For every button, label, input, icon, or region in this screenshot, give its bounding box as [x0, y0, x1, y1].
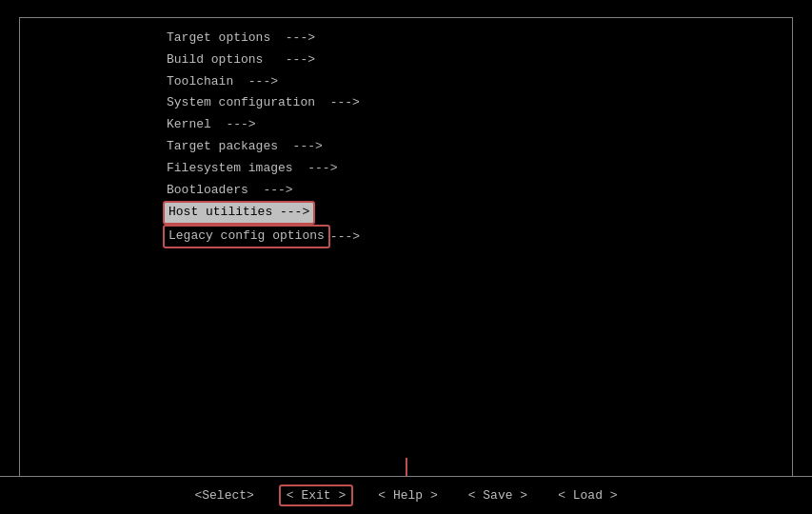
menu-item-wrapper-2[interactable]: Toolchain ---> — [163, 71, 782, 93]
outlined-menu-item-legacy: Legacy config options — [163, 225, 330, 248]
menu-item-6[interactable]: Filesystem images ---> — [163, 158, 341, 180]
bottom-button-3[interactable]: < Save > — [463, 486, 533, 504]
title-bar — [0, 0, 812, 10]
menu-item-2[interactable]: Toolchain ---> — [163, 71, 282, 93]
menu-arrow: ---> — [330, 229, 360, 244]
menu-item-wrapper-9[interactable]: Legacy config options ---> — [163, 225, 782, 248]
menu-item-wrapper-1[interactable]: Build options ---> — [163, 49, 782, 71]
bottom-button-0[interactable]: <Select> — [188, 486, 259, 504]
menu-item-wrapper-0[interactable]: Target options ---> — [163, 28, 782, 49]
menu-item-5[interactable]: Target packages ---> — [163, 136, 327, 158]
menu-item-wrapper-5[interactable]: Target packages ---> — [163, 136, 782, 158]
menu-item-wrapper-3[interactable]: System configuration ---> — [163, 92, 782, 114]
menu-item-wrapper-6[interactable]: Filesystem images ---> — [163, 158, 782, 180]
bottom-button-4[interactable]: < Load > — [552, 486, 623, 504]
menu-item-4[interactable]: Kernel ---> — [163, 114, 260, 136]
bottom-button-2[interactable]: < Help > — [372, 486, 443, 504]
menu-area: Target options --->Build options --->Too… — [20, 28, 792, 248]
menu-item-wrapper-8[interactable]: Host utilities ---> — [163, 201, 782, 225]
menu-item-3[interactable]: System configuration ---> — [163, 92, 364, 114]
outlined-menu-item: Host utilities ---> — [163, 201, 315, 225]
main-content: Target options --->Build options --->Too… — [19, 17, 793, 509]
menu-item-wrapper-7[interactable]: Bootloaders ---> — [163, 180, 782, 202]
bottom-bar: <Select>< Exit >< Help >< Save >< Load > — [0, 476, 812, 514]
menu-item-0[interactable]: Target options ---> — [163, 28, 319, 49]
bottom-button-1[interactable]: < Exit > — [279, 484, 353, 506]
menu-item-1[interactable]: Build options ---> — [163, 49, 319, 71]
menu-item-wrapper-4[interactable]: Kernel ---> — [163, 114, 782, 136]
menu-item-7[interactable]: Bootloaders ---> — [163, 180, 297, 202]
